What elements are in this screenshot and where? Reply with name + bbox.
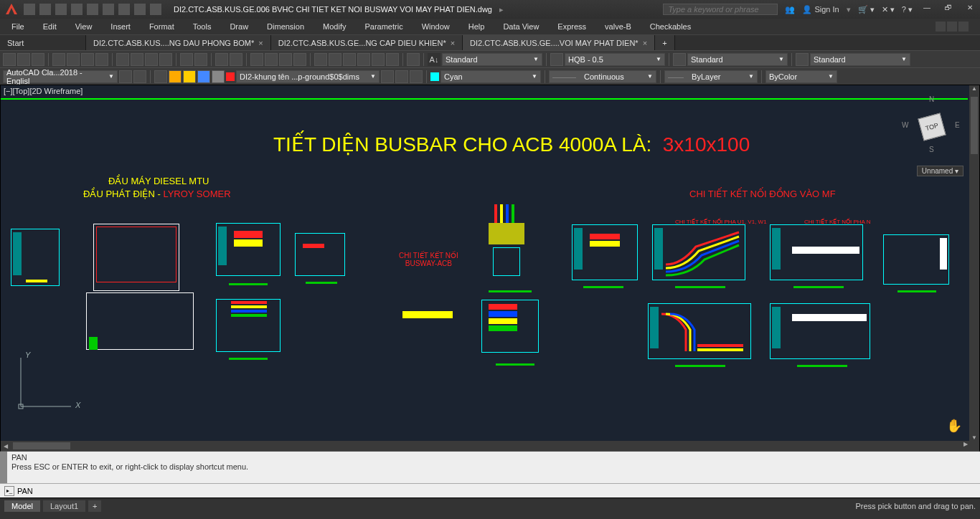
tb-ls1-icon[interactable]	[381, 70, 394, 83]
viewport-label[interactable]: [−][Top][2D Wireframe]	[4, 87, 83, 95]
new-drawing-tab-button[interactable]: +	[655, 35, 675, 50]
exchange-apps-icon[interactable]: 🛒 ▾	[858, 5, 875, 14]
qat-save-icon[interactable]	[55, 4, 67, 15]
workspace-combo[interactable]: AutoCAD Cla...2018 - Englisl▼	[3, 70, 118, 83]
dim-style-combo[interactable]: HQB - 0.5▼	[565, 53, 665, 66]
tb-ws-settings-icon[interactable]	[119, 70, 132, 83]
menu-format[interactable]: Format	[149, 22, 174, 31]
tb-redo-icon[interactable]	[230, 53, 242, 66]
close-icon[interactable]: ×	[451, 39, 455, 47]
tb-zoom2-icon[interactable]	[279, 53, 292, 66]
menu-tools[interactable]: Tools	[193, 22, 212, 31]
ucs-icon[interactable]: Y X	[12, 345, 84, 418]
viewcube[interactable]: TOP N S E W	[903, 98, 961, 156]
menu-modify[interactable]: Modify	[323, 22, 346, 31]
viewcube-w[interactable]: W	[902, 121, 908, 129]
tb-lock-icon[interactable]	[212, 70, 225, 83]
tb-ls2-icon[interactable]	[395, 70, 408, 83]
menu-file[interactable]: File	[11, 22, 24, 31]
tb-sun-icon[interactable]	[183, 70, 196, 83]
tb-save-icon[interactable]	[32, 53, 44, 66]
menu-data-view[interactable]: Data View	[503, 22, 539, 31]
tb-zoom3-icon[interactable]	[293, 53, 306, 66]
drawing-tab-3[interactable]: DI2.CTC.ASB.KUS.GE....VOI MAY PHAT DIEN*…	[463, 35, 655, 50]
lineweight-combo[interactable]: —— ByLayer▼	[664, 70, 758, 83]
close-icon[interactable]: ×	[643, 39, 647, 47]
tb-3dprint-icon[interactable]	[95, 53, 108, 66]
qat-open-icon[interactable]	[39, 4, 51, 15]
help-search-input[interactable]	[663, 4, 778, 15]
vertical-scrollbar[interactable]: ▲ ▼	[969, 85, 979, 451]
tb-ls3-icon[interactable]	[410, 70, 423, 83]
qat-saveas-icon[interactable]	[71, 4, 83, 15]
tb-markup-icon[interactable]	[372, 53, 385, 66]
view-unnamed-button[interactable]: Unnamed ▾	[917, 166, 963, 176]
tb-block-icon[interactable]	[180, 53, 193, 66]
menu-view[interactable]: View	[75, 22, 93, 31]
tb-table-icon[interactable]	[673, 53, 686, 66]
tb-paste-icon[interactable]	[145, 53, 158, 66]
help-icon[interactable]: ? ▾	[902, 5, 913, 14]
minimize-button[interactable]: —	[920, 4, 934, 15]
qat-plot-icon[interactable]	[118, 4, 130, 15]
tb-block2-icon[interactable]	[194, 53, 207, 66]
command-input-row[interactable]: ▸_ PAN	[0, 483, 980, 497]
autodesk-account-icon[interactable]: 👥	[785, 5, 795, 14]
tb-text-icon[interactable]: A↓	[428, 53, 440, 66]
tb-ws-save-icon[interactable]	[133, 70, 146, 83]
command-history[interactable]: PAN Press ESC or ENTER to exit, or right…	[0, 452, 980, 483]
tb-preview-icon[interactable]	[67, 53, 80, 66]
tb-zoom-icon[interactable]	[265, 53, 278, 66]
tb-calc-icon[interactable]	[386, 53, 399, 66]
tb-freeze-icon[interactable]	[197, 70, 210, 83]
tb-tp-icon[interactable]	[343, 53, 356, 66]
tab-start[interactable]: Start	[0, 35, 86, 50]
maximize-button[interactable]: 🗗	[941, 4, 956, 15]
tb-ssm-icon[interactable]	[357, 53, 370, 66]
tb-light-icon[interactable]	[169, 70, 182, 83]
menu-draw[interactable]: Draw	[230, 22, 248, 31]
drawing-tab-1[interactable]: DI2.CTC.ASB.KUS....NG DAU PHONG BOM*×	[86, 35, 271, 50]
menu-dimension[interactable]: Dimension	[267, 22, 304, 31]
mdi-close-icon[interactable]	[958, 22, 969, 32]
linetype-combo[interactable]: ——— Continuous▼	[549, 70, 656, 83]
tb-new-icon[interactable]	[3, 53, 16, 66]
status-tab-model[interactable]: Model	[4, 500, 40, 512]
qat-undo-icon[interactable]	[134, 4, 146, 15]
cmd-prompt-icon[interactable]: ▸_	[4, 486, 14, 496]
menu-valve-b[interactable]: valve-B	[605, 22, 631, 31]
tb-match-icon[interactable]	[159, 53, 172, 66]
tb-publish-icon[interactable]	[81, 53, 94, 66]
viewcube-s[interactable]: S	[929, 146, 934, 153]
close-icon[interactable]: ×	[258, 39, 263, 47]
menu-parametric[interactable]: Parametric	[364, 22, 402, 31]
tb-ml-icon[interactable]	[796, 53, 809, 66]
menu-checkables[interactable]: Checkables	[650, 22, 691, 31]
stay-connected-icon[interactable]: ✕ ▾	[882, 5, 895, 14]
tb-open-icon[interactable]	[17, 53, 30, 66]
drawing-tab-2[interactable]: DI2.CTC.ASB.KUS.GE...NG CAP DIEU KHIEN*×	[271, 35, 463, 50]
tb-help-icon[interactable]	[407, 53, 420, 66]
tb-dim-icon[interactable]	[550, 53, 563, 66]
mdi-restore-icon[interactable]	[947, 22, 957, 32]
app-logo[interactable]	[3, 1, 20, 18]
ml-style-combo[interactable]: Standard▼	[810, 53, 910, 66]
text-style-combo[interactable]: Standard▼	[442, 53, 542, 66]
plotstyle-combo[interactable]: ByColor▼	[765, 70, 837, 83]
color-combo[interactable]: Cyan▼	[440, 70, 541, 83]
tb-prop-icon[interactable]	[314, 53, 327, 66]
menu-help[interactable]: Help	[468, 22, 485, 31]
horizontal-scrollbar[interactable]: ◀ ▶	[1, 441, 979, 451]
status-tab-add[interactable]: +	[88, 500, 101, 512]
tb-layerprop-icon[interactable]	[154, 70, 167, 83]
viewcube-top[interactable]: TOP	[918, 113, 946, 141]
tb-undo-icon[interactable]	[215, 53, 228, 66]
qat-opencloud-icon[interactable]	[103, 4, 114, 15]
status-tab-layout1[interactable]: Layout1	[43, 500, 85, 512]
tb-pan-icon[interactable]	[250, 53, 263, 66]
tb-plot-icon[interactable]	[52, 53, 65, 66]
menu-edit[interactable]: Edit	[43, 22, 57, 31]
qat-redo-icon[interactable]	[150, 4, 161, 15]
qat-new-icon[interactable]	[24, 4, 35, 15]
menu-window[interactable]: Window	[422, 22, 450, 31]
